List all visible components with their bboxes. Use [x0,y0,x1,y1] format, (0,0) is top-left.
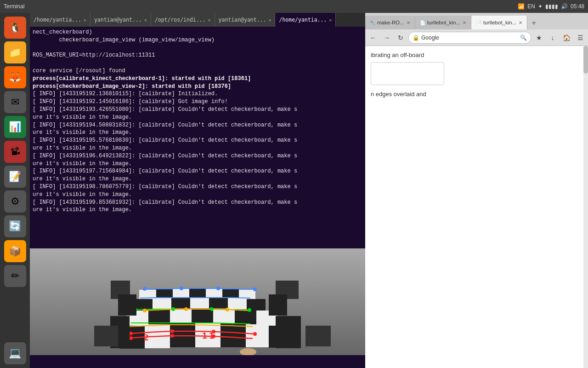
ubuntu-dock: 🐧 📁 🦊 ✉ 📊 📽 📝 ⚙ 🔄 📦 ✏ 💻 [0,13,30,368]
dock-writer[interactable]: 📝 [4,166,26,188]
updater-icon: 🔄 [9,220,21,232]
url-text: Google [421,34,518,41]
terminal-tab-1-close[interactable]: ✕ [84,17,86,23]
browser-tab-1-close[interactable]: ✕ [407,20,410,25]
battery-icon: ▮▮▮▮ [545,3,558,10]
svg-rect-59 [94,326,118,346]
clock: 05:48 [571,3,584,10]
system-bar-right: 📶 EN ✦ ▮▮▮▮ 🔊 05:48 [518,3,584,10]
svg-point-38 [143,309,147,312]
dock-spreadsheet[interactable]: 📊 [4,116,26,138]
browser-scrollbar-thumb[interactable] [583,46,588,74]
term-line-5 [33,59,362,67]
svg-rect-17 [153,298,171,309]
term-line-19: [ INFO] [1433195197.715684984]: [calibra… [33,167,362,175]
files-icon: 📁 [9,46,21,58]
dock-presentation[interactable]: 📽 [4,141,26,163]
term-line-17: [ INFO] [1433195196.649213822]: [calibra… [33,152,362,160]
terminal-tab-2[interactable]: yantian@yant... ✕ [90,13,151,27]
svg-point-40 [226,308,229,311]
svg-rect-21 [228,298,247,309]
browser-scrollbar[interactable] [583,46,588,368]
terminal-tab-2-close[interactable]: ✕ [144,17,147,23]
browser-content-text-2: n edges overlaid and [371,91,582,98]
svg-rect-28 [222,289,239,298]
writer-icon: 📝 [9,171,21,183]
browser-content[interactable]: ibrating an off-board n edges overlaid a… [365,46,588,368]
dock-amazon[interactable]: 📦 [4,240,26,262]
dock-files[interactable]: 📁 [4,41,26,63]
search-icon: 🔍 [520,34,527,41]
dock-terminal[interactable]: 💻 [4,342,26,364]
security-icon: 🔒 [413,34,419,41]
svg-point-39 [184,307,188,311]
terminal-tab-3[interactable]: /opt/ros/indi... ✕ [151,13,215,27]
svg-point-32 [216,287,220,290]
settings-icon: ⚙ [11,196,20,207]
svg-rect-7 [246,324,269,347]
terminal-tab-2-label: yantian@yant... [94,17,142,23]
term-line-14: ure it's visible in the image. [33,129,362,137]
term-line-11: [ INFO] [1433195193.426551080]: [calibra… [33,106,362,114]
svg-rect-5 [195,323,220,347]
svg-point-47 [129,336,133,340]
term-line-10: [ INFO] [1433195192.145016186]: [calibra… [33,98,362,106]
svg-rect-13 [213,309,235,323]
browser-tab-3-label: turtlebot_kin... [483,20,516,25]
dock-settings[interactable]: ⚙ [4,190,26,213]
term-line-7: process[calibrate_kinect_checkerboard-1]… [33,75,362,83]
spreadsheet-icon: 📊 [9,121,21,133]
svg-rect-10 [148,310,170,324]
svg-point-30 [143,287,147,291]
browser-tab-3-close[interactable]: ✕ [519,20,522,25]
terminal-tab-5[interactable]: /home/yantia... ✕ [275,13,336,27]
terminal-tab-4[interactable]: yantian@yant... ✕ [215,13,276,27]
dock-mail[interactable]: ✉ [4,91,26,113]
term-line-6: core service [/rosout] found [33,67,362,75]
amazon-icon: 📦 [9,245,21,257]
checkerboard-svg: 1 1 2 [30,248,365,355]
dock-updater[interactable]: 🔄 [4,215,26,237]
url-bar[interactable]: 🔒 Google 🔍 [408,32,531,44]
system-bar: Terminal 📶 EN ✦ ▮▮▮▮ 🔊 05:48 [0,0,588,13]
svg-rect-58 [305,326,331,346]
svg-rect-18 [171,298,190,308]
forward-button[interactable]: → [381,32,393,44]
terminal-tab-5-close[interactable]: ✕ [329,17,332,23]
browser-tab-1[interactable]: 🔧 make-RO... ✕ [365,16,415,29]
browser-tab-2-close[interactable]: ✕ [463,20,466,25]
download-button[interactable]: ↓ [547,32,559,44]
menu-button[interactable]: ☰ [574,32,586,44]
svg-rect-6 [220,323,246,347]
browser-toolbar: ← → ↻ 🔒 Google 🔍 ★ ↓ 🏠 ☰ [365,29,588,46]
svg-point-46 [170,334,174,338]
dock-texteditor[interactable]: ✏ [4,265,26,287]
reload-button[interactable]: ↻ [395,32,407,44]
term-line-12: ure it's visible in the image. [33,114,362,121]
browser-tab-3[interactable]: 📄 turtlebot_kin... ✕ [471,16,527,29]
new-tab-button[interactable]: + [527,17,540,29]
term-line-22: ure it's visible in the image. [33,191,362,199]
svg-rect-11 [170,309,192,323]
bluetooth-icon: ✦ [538,3,543,10]
browser-input-box[interactable] [371,62,444,85]
browser-tab-2-label: turtlebot_kin... [427,20,460,25]
browser-window: 🔧 make-RO... ✕ 📄 turtlebot_kin... ✕ 📄 tu… [365,13,588,368]
terminal-tab-3-close[interactable]: ✕ [208,17,211,23]
home-button[interactable]: 🏠 [560,32,572,44]
term-line-15: [ INFO] [1433195195.576810830]: [calibra… [33,137,362,144]
svg-rect-53 [276,316,301,348]
checkerboard-image: 1 1 2 [30,248,365,355]
browser-tab-2[interactable]: 📄 turtlebot_kin... ✕ [415,16,471,29]
svg-point-42 [170,329,174,333]
svg-text:1: 1 [209,331,214,340]
dock-ubuntu[interactable]: 🐧 [4,17,26,39]
term-line-23: [ INFO] [1433195199.853681932]: [calibra… [33,199,362,207]
bookmark-button[interactable]: ★ [533,32,545,44]
volume-icon: 🔊 [561,3,568,10]
term-line-20: ure it's visible in the image. [33,175,362,183]
terminal-tab-4-close[interactable]: ✕ [268,17,271,23]
terminal-tab-1[interactable]: /home/yantia... ✕ [30,13,90,27]
back-button[interactable]: ← [367,32,379,44]
dock-firefox[interactable]: 🦊 [4,66,26,88]
